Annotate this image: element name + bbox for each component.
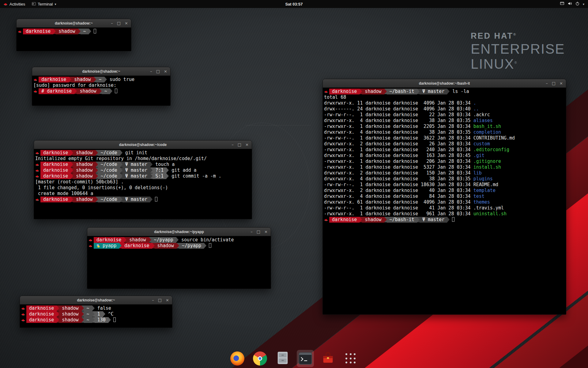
prompt-segment-venv: pyapp [94, 243, 119, 249]
prompt-segment-user: darknoise [26, 311, 57, 317]
file-name: .editorconfig [473, 147, 509, 152]
prompt-segment-git: Ψ master [123, 197, 150, 202]
window-titlebar[interactable]: darknoise@shadow:~ – □ × [20, 296, 172, 305]
command-text: false [95, 305, 111, 311]
terminal-line: drwxrwxr-x. 61 darknoise darknoise 4096 … [324, 199, 565, 205]
terminal-line: darknoise shadow ~ false [21, 305, 171, 311]
dock-item-files[interactable] [274, 350, 291, 367]
maximize-button[interactable]: □ [552, 81, 556, 85]
powerline-separator-icon [124, 237, 126, 243]
redhat-prompt-icon [324, 89, 329, 94]
gnome-top-bar: Activities Terminal ▾ Sat 03:57 ▾ [0, 0, 588, 8]
prompt-segment-path: ~ [96, 77, 104, 82]
close-button[interactable]: × [560, 81, 563, 85]
terminal-content[interactable]: darknoise shadow ~ sudo true[sudo] passw… [32, 76, 170, 105]
file-name: install.sh [473, 164, 501, 170]
terminal-window-home-1: darknoise@shadow:~ – □ × darknoise shado… [16, 19, 131, 51]
minimize-button[interactable]: – [251, 230, 253, 234]
output-text: 1 file changed, 0 insertions(+), 0 delet… [35, 185, 168, 190]
window-title: darknoise@shadow:~ [82, 69, 120, 74]
close-button[interactable]: × [164, 69, 167, 73]
window-titlebar[interactable]: darknoise@shadow:~/bash-it – □ × [323, 79, 566, 88]
window-title: darknoise@shadow:~ [77, 298, 115, 302]
minimize-button[interactable]: – [111, 21, 113, 25]
terminal-content[interactable]: darknoise shadow ~/bash-it Ψ master ls -… [323, 88, 566, 314]
chevron-down-icon: ▾ [583, 2, 584, 6]
terminal-line: Initialized empty Git repository in /hom… [35, 156, 251, 162]
terminal-content[interactable]: darknoise shadow ~/pyapp source bin/acti… [87, 236, 271, 289]
powerline-separator-icon [74, 88, 77, 94]
minimize-button[interactable]: – [232, 143, 234, 147]
brand-line-2: ENTERPRISE [471, 42, 565, 56]
prompt-segment-path: ~ [81, 29, 89, 34]
command-text: source bin/activate [179, 237, 234, 243]
powerline-separator-icon [96, 173, 98, 179]
close-button[interactable]: × [125, 21, 128, 25]
output-text: -rw-rw-r--. 1 darknoise darknoise 22 Jan… [324, 112, 490, 117]
file-name: completion [473, 129, 501, 135]
prompt-segment-user: darknoise [94, 237, 124, 243]
powerline-separator-icon [166, 167, 169, 173]
window-title: darknoise@shadow:~/code [119, 143, 167, 147]
output-text: drwxrwxr-x. 2 darknoise darknoise 150 Ja… [324, 170, 473, 176]
terminal-cursor [209, 243, 211, 248]
powerline-separator-icon [150, 197, 153, 202]
maximize-button[interactable]: □ [117, 21, 121, 25]
terminal-content[interactable]: darknoise shadow ~ [17, 28, 131, 51]
command-text: ls -la [450, 89, 469, 94]
terminal-line: darknoise shadow ~ [18, 29, 130, 34]
terminal-line: drwxrwxr-x. 11 darknoise darknoise 4096 … [324, 100, 565, 106]
terminal-line: drwxrwxr-x. 4 darknoise darknoise 38 Jan… [324, 118, 565, 124]
dock-item-show-applications[interactable] [342, 350, 359, 367]
prompt-segment-path: ~/code [98, 167, 120, 173]
terminal-content[interactable]: darknoise shadow ~/code git initInitiali… [34, 149, 252, 219]
system-status-area[interactable]: ▾ [558, 0, 586, 8]
prompt-segment-status: S:1 [153, 173, 166, 179]
powerline-separator-icon [447, 89, 450, 94]
output-text: total 68 [324, 94, 346, 100]
maximize-button[interactable]: □ [257, 230, 260, 234]
terminal-content[interactable]: darknoise shadow ~ false darknoise shado… [20, 305, 172, 328]
powerline-separator-icon [81, 305, 84, 311]
output-text: drwxrwxr-x. 4 darknoise darknoise 84 Jan… [324, 194, 473, 199]
window-titlebar[interactable]: darknoise@shadow:~ – □ × [17, 19, 131, 28]
terminal-line: drwxrwxr-x. 2 darknoise darknoise 150 Ja… [324, 170, 565, 176]
dock-item-terminal-active[interactable] [297, 350, 314, 367]
powerline-separator-icon [103, 311, 105, 317]
powerline-separator-icon [417, 217, 420, 222]
maximize-button[interactable]: □ [158, 298, 162, 302]
window-title: darknoise@shadow:~/pyapp [154, 230, 204, 234]
close-button[interactable]: × [245, 143, 249, 147]
dock-item-chrome[interactable] [251, 350, 269, 367]
terminal-line: -rwxrwxr-x. 1 darknoise darknoise 240 Ja… [324, 147, 565, 153]
maximize-button[interactable]: □ [156, 69, 160, 73]
prompt-segment-user: darknoise [122, 243, 152, 249]
maximize-button[interactable]: □ [238, 143, 241, 147]
terminal-line: darknoise shadow ~/code Ψ master [35, 197, 251, 202]
file-cabinet-icon [276, 351, 290, 366]
prompt-segment-git: Ψ master [123, 162, 150, 167]
close-button[interactable]: × [264, 230, 268, 234]
prompt-segment-path: ~/pyapp [151, 237, 176, 243]
terminal-line: pyapp darknoise shadow ~/pyapp [89, 243, 270, 249]
window-titlebar[interactable]: darknoise@shadow:~ – □ × [32, 67, 170, 76]
clock[interactable]: Sat 03:57 [285, 2, 303, 6]
powerline-separator-icon [92, 317, 95, 323]
prompt-segment-host: shadow [126, 237, 149, 243]
window-titlebar[interactable]: darknoise@shadow:~/code – □ × [34, 140, 252, 149]
app-menu-terminal[interactable]: Terminal ▾ [28, 0, 59, 8]
dock-item-firefox[interactable] [229, 350, 246, 367]
terminal-line: drwxrwxr-x. 4 darknoise darknoise 84 Jan… [324, 194, 565, 199]
command-text: git commit -a -m . [169, 173, 221, 179]
minimize-button[interactable]: – [152, 298, 154, 302]
window-titlebar[interactable]: darknoise@shadow:~/pyapp – □ × [87, 228, 271, 236]
minimize-button[interactable]: – [150, 69, 152, 73]
prompt-segment-user: darknoise [40, 162, 71, 167]
activities-button[interactable]: Activities [0, 0, 28, 8]
dock-item-toolbox[interactable] [319, 350, 337, 367]
screen-icon [560, 1, 564, 7]
redhat-brand-logo: RED HAT® ENTERPRISE LINUX® [471, 31, 565, 71]
prompt-segment-host: shadow [73, 173, 95, 179]
minimize-button[interactable]: – [546, 81, 548, 85]
close-button[interactable]: × [166, 298, 169, 302]
